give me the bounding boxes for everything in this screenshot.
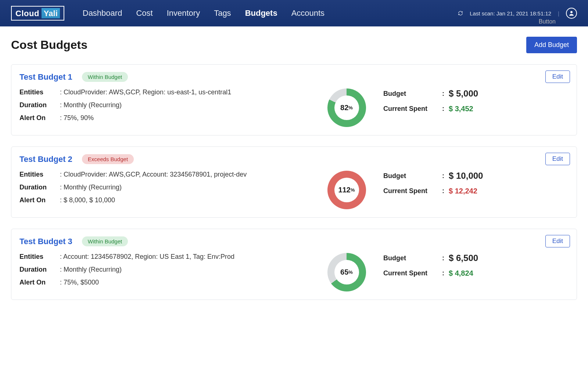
nav-accounts[interactable]: Accounts bbox=[291, 8, 325, 18]
add-budget-button[interactable]: Add Budget bbox=[526, 37, 577, 53]
duration-value: : Monthly (Recurring) bbox=[60, 184, 122, 191]
duration-label: Duration bbox=[19, 266, 60, 273]
budget-details: Entities : CloudProvider: AWS,GCP, Accou… bbox=[19, 171, 310, 209]
budget-details: Entities : Account: 12345678902, Region:… bbox=[19, 253, 310, 291]
budget-name-link[interactable]: Test Budget 1 bbox=[19, 72, 72, 82]
brand-logo[interactable]: Cloud Yali bbox=[11, 6, 64, 21]
budget-amount-label: Budget bbox=[383, 172, 442, 180]
brand-yali-wrap: Yali bbox=[42, 8, 60, 18]
card-body: Entities : CloudProvider: AWS,GCP, Regio… bbox=[19, 88, 569, 127]
current-spent-value: $ 3,452 bbox=[449, 105, 473, 113]
entities-label: Entities bbox=[19, 253, 60, 261]
status-badge: Exceeds Budget bbox=[82, 154, 134, 164]
alert-on-value: : 75%, 90% bbox=[60, 114, 94, 122]
budget-figures: Budget : $ 6,500 Current Spent : $ 4,824 bbox=[383, 253, 569, 283]
donut-chart: 112% bbox=[310, 171, 383, 209]
budget-details: Entities : CloudProvider: AWS,GCP, Regio… bbox=[19, 88, 310, 127]
duration-value: : Monthly (Recurring) bbox=[60, 101, 122, 109]
nav-budgets[interactable]: Budgets bbox=[245, 8, 277, 18]
nav-divider: | bbox=[558, 10, 559, 17]
edit-button[interactable]: Edit bbox=[545, 70, 570, 83]
current-spent-value: $ 4,824 bbox=[449, 269, 473, 278]
status-badge: Within Budget bbox=[82, 72, 128, 82]
donut-ring: 82% bbox=[327, 88, 366, 127]
budget-figures: Budget : $ 10,000 Current Spent : $ 12,2… bbox=[383, 171, 569, 201]
nav-cost[interactable]: Cost bbox=[136, 8, 153, 18]
nav-items: Dashboard Cost Inventory Tags Budgets Ac… bbox=[83, 8, 458, 18]
page-header: Cost Budgets Add Budget bbox=[11, 37, 577, 53]
alert-on-label: Alert On bbox=[19, 114, 60, 122]
stray-button-text: Button bbox=[539, 18, 556, 25]
nav-right: Last scan: Jan 21, 2021 18:51:12 | bbox=[458, 8, 577, 19]
nav-inventory[interactable]: Inventory bbox=[167, 8, 200, 18]
donut-percent: 65% bbox=[334, 260, 359, 285]
budget-amount-label: Budget bbox=[383, 90, 442, 98]
donut-percent: 112% bbox=[334, 178, 359, 202]
brand-cloud: Cloud bbox=[15, 9, 39, 18]
card-body: Entities : Account: 12345678902, Region:… bbox=[19, 253, 569, 291]
card-head: Test Budget 1 Within Budget bbox=[19, 72, 569, 82]
entities-value: : Account: 12345678902, Region: US East … bbox=[60, 253, 234, 261]
budget-amount-label: Budget bbox=[383, 254, 442, 262]
card-head: Test Budget 3 Within Budget bbox=[19, 236, 569, 246]
current-spent-value: $ 12,242 bbox=[449, 187, 477, 195]
duration-label: Duration bbox=[19, 184, 60, 191]
budget-figures: Budget : $ 5,000 Current Spent : $ 3,452 bbox=[383, 88, 569, 119]
card-head: Test Budget 2 Exceeds Budget bbox=[19, 154, 569, 164]
budget-card: Edit Test Budget 3 Within Budget Entitie… bbox=[11, 229, 577, 300]
budget-name-link[interactable]: Test Budget 2 bbox=[19, 155, 72, 164]
edit-button[interactable]: Edit bbox=[545, 235, 570, 247]
current-spent-label: Current Spent bbox=[383, 105, 442, 113]
budget-name-link[interactable]: Test Budget 3 bbox=[19, 237, 72, 246]
user-icon bbox=[568, 10, 575, 17]
refresh-icon[interactable] bbox=[458, 11, 463, 16]
budget-card: Edit Test Budget 1 Within Budget Entitie… bbox=[11, 64, 577, 135]
edit-button[interactable]: Edit bbox=[545, 153, 570, 165]
alert-on-value: : 75%, $5000 bbox=[60, 279, 99, 286]
status-badge: Within Budget bbox=[82, 236, 128, 246]
budget-amount-value: $ 10,000 bbox=[449, 171, 483, 181]
top-navbar: Cloud Yali Dashboard Cost Inventory Tags… bbox=[0, 0, 588, 26]
alert-on-label: Alert On bbox=[19, 279, 60, 286]
donut-chart: 82% bbox=[310, 88, 383, 127]
duration-label: Duration bbox=[19, 101, 60, 109]
current-spent-label: Current Spent bbox=[383, 187, 442, 195]
budget-list: Edit Test Budget 1 Within Budget Entitie… bbox=[11, 64, 577, 300]
donut-percent: 82% bbox=[334, 95, 359, 120]
budget-amount-value: $ 5,000 bbox=[449, 88, 478, 99]
brand-yali: Yali bbox=[44, 9, 58, 18]
page-title: Cost Budgets bbox=[11, 38, 87, 52]
nav-tags[interactable]: Tags bbox=[214, 8, 231, 18]
current-spent-label: Current Spent bbox=[383, 269, 442, 277]
entities-label: Entities bbox=[19, 171, 60, 178]
card-body: Entities : CloudProvider: AWS,GCP, Accou… bbox=[19, 171, 569, 209]
entities-value: : CloudProvider: AWS,GCP, Account: 32345… bbox=[60, 171, 247, 178]
alert-on-value: : $ 8,000, $ 10,000 bbox=[60, 196, 115, 204]
budget-card: Edit Test Budget 2 Exceeds Budget Entiti… bbox=[11, 146, 577, 218]
svg-point-0 bbox=[570, 11, 573, 13]
entities-value: : CloudProvider: AWS,GCP, Region: us-eas… bbox=[60, 88, 231, 96]
nav-dashboard[interactable]: Dashboard bbox=[83, 8, 122, 18]
duration-value: : Monthly (Recurring) bbox=[60, 266, 122, 273]
donut-ring: 112% bbox=[327, 171, 366, 209]
user-avatar[interactable] bbox=[566, 8, 577, 19]
donut-chart: 65% bbox=[310, 253, 383, 291]
donut-ring: 65% bbox=[327, 253, 366, 291]
alert-on-label: Alert On bbox=[19, 196, 60, 204]
entities-label: Entities bbox=[19, 88, 60, 96]
budget-amount-value: $ 6,500 bbox=[449, 253, 478, 263]
page-body: Button Cost Budgets Add Budget Edit Test… bbox=[0, 26, 588, 321]
last-scan-text: Last scan: Jan 21, 2021 18:51:12 bbox=[470, 10, 551, 17]
